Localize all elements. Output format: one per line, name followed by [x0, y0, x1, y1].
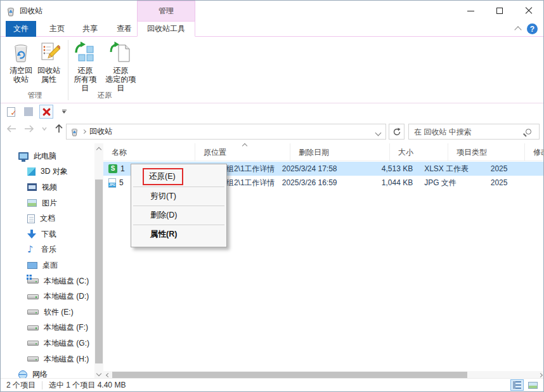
column-header-label: 名称 [112, 147, 127, 158]
properties-check-icon [7, 107, 15, 117]
close-button[interactable] [514, 1, 543, 21]
ribbon-group-manage: 管理 [3, 91, 67, 100]
sidebar-item-music[interactable]: 音乐 [1, 242, 94, 258]
sidebar-item-drive[interactable]: 本地磁盘 (H:) [1, 351, 94, 367]
column-header[interactable]: 名称 [103, 143, 195, 161]
sidebar: 此电脑3D 对象视频图片文档下载音乐桌面本地磁盘 (C:)本地磁盘 (D:)软件… [1, 143, 94, 379]
tab-recycle-bin-tools[interactable]: 回收站工具 [137, 21, 195, 37]
back-icon[interactable] [6, 124, 17, 133]
sidebar-item-picture[interactable]: 图片 [1, 195, 94, 211]
sidebar-item-drive[interactable]: 本地磁盘 (F:) [1, 320, 94, 336]
sidebar-item-drive[interactable]: 本地磁盘 (D:) [1, 289, 94, 304]
jpg-file-icon [108, 178, 116, 188]
new-folder-quick-button[interactable] [22, 105, 36, 119]
large-icons-view-button[interactable] [526, 379, 540, 391]
tab-share[interactable]: 共享 [75, 21, 105, 37]
sidebar-item-drive[interactable]: 软件 (E:) [1, 304, 94, 320]
sidebar-item-drive[interactable]: 本地磁盘 (G:) [1, 336, 94, 351]
desktop-icon [27, 262, 37, 269]
address-bar[interactable]: 回收站 [66, 124, 386, 140]
column-header[interactable]: 项目类型 [448, 143, 525, 161]
ribbon-group-restore: 还原 [70, 91, 139, 100]
sidebar-item-drive-win[interactable]: 本地磁盘 (C:) [1, 273, 94, 289]
details-view-button[interactable] [510, 379, 524, 391]
column-header[interactable]: 修改 [525, 143, 544, 161]
button-label: 所有项目 [72, 75, 99, 93]
button-label: 还原 [72, 66, 99, 75]
collapse-ribbon-icon[interactable] [514, 26, 521, 33]
sidebar-item-pc[interactable]: 此电脑 [1, 148, 94, 164]
folder-placeholder-icon [24, 107, 33, 116]
empty-recycle-bin-button[interactable]: 清空回收站 [8, 40, 34, 85]
sidebar-scrollbar[interactable] [94, 143, 103, 379]
sidebar-item-cube[interactable]: 3D 对象 [1, 164, 94, 180]
sidebar-item-label: 此电脑 [34, 151, 56, 162]
sidebar-item-video[interactable]: 视频 [1, 180, 94, 195]
thumbnails-view-icon [528, 382, 538, 389]
cube-icon [27, 167, 36, 176]
delete-quick-button[interactable] [39, 105, 53, 119]
refresh-button[interactable] [389, 124, 405, 140]
button-label: 选定的项目 [104, 75, 138, 93]
dropdown-icon [62, 110, 67, 114]
recent-locations-icon[interactable] [41, 126, 48, 132]
quick-access-toolbar [1, 103, 543, 120]
search-input[interactable] [409, 127, 526, 136]
close-icon [525, 7, 533, 15]
file-size: 4,513 KB [365, 162, 418, 176]
restore-all-items-button[interactable]: 还原所有项目 [70, 40, 100, 94]
doc-icon [27, 214, 35, 223]
scrollbar-thumb[interactable] [95, 180, 103, 363]
sidebar-list: 此电脑3D 对象视频图片文档下载音乐桌面本地磁盘 (C:)本地磁盘 (D:)软件… [1, 148, 94, 379]
button-label: 清空回 [10, 66, 32, 75]
maximize-button[interactable] [485, 1, 514, 21]
breadcrumb[interactable]: 回收站 [89, 126, 112, 137]
selection-summary: 选中 1 个项目 4.40 MB [49, 380, 126, 391]
bin-properties-icon [37, 41, 60, 64]
sidebar-item-desktop[interactable]: 桌面 [1, 258, 94, 273]
sidebar-item-download[interactable]: 下载 [1, 226, 94, 242]
menu-item-label: 删除(D) [150, 210, 177, 221]
up-icon[interactable] [54, 124, 64, 134]
music-icon [27, 245, 36, 254]
minimize-button[interactable] [456, 1, 485, 21]
forward-icon[interactable] [23, 124, 35, 133]
sort-ascending-icon [242, 143, 247, 148]
context-menu-item[interactable]: 删除(D) [131, 206, 226, 225]
drive-icon [27, 310, 39, 315]
highlighted-menu-item-label: 还原(E) [143, 168, 183, 185]
address-dropdown-icon[interactable] [375, 130, 382, 136]
delete-x-icon [42, 107, 51, 116]
address-recycle-bin-icon [70, 127, 79, 136]
explorer-window: 回收站 管理 文件 主页 共享 查看 回收站工具 ? [0, 0, 544, 392]
maximize-icon [496, 8, 503, 14]
tab-file[interactable]: 文件 [6, 21, 36, 37]
help-icon[interactable]: ? [527, 23, 538, 34]
recycle-bin-properties-button[interactable]: 回收站属性 [36, 40, 62, 85]
navigation-bar: 回收站 [1, 120, 543, 143]
search-icon[interactable] [526, 129, 531, 134]
context-menu-item[interactable]: 剪切(T) [131, 187, 226, 206]
scroll-up-icon[interactable] [94, 143, 103, 154]
column-header[interactable]: 删除日期 [290, 143, 390, 161]
tab-view[interactable]: 查看 [110, 21, 139, 37]
tab-home[interactable]: 主页 [42, 21, 72, 37]
sidebar-item-doc[interactable]: 文档 [1, 211, 94, 226]
context-menu-item[interactable]: 还原(E) [131, 166, 226, 186]
drive-icon [27, 356, 39, 362]
restore-selected-items-button[interactable]: 还原选定的项目 [103, 40, 139, 94]
properties-quick-button[interactable] [4, 105, 18, 119]
column-header[interactable]: 大小 [390, 143, 448, 161]
sidebar-item-label: 本地磁盘 (F:) [44, 322, 88, 333]
drive-icon [27, 294, 39, 299]
column-header[interactable]: 原位置 [195, 143, 290, 161]
customize-toolbar-button[interactable] [57, 105, 71, 119]
video-icon [27, 183, 37, 191]
sidebar-item-label: 本地磁盘 (C:) [44, 276, 89, 287]
item-count: 2 个项目 [6, 380, 36, 391]
context-menu-item[interactable]: 属性(R) [131, 225, 226, 244]
sidebar-item-label: 视频 [42, 182, 57, 193]
file-deleted: 2025/3/24 17:58 [275, 162, 365, 176]
title-bar: 回收站 管理 [1, 1, 543, 21]
menu-item-label: 剪切(T) [150, 191, 176, 202]
